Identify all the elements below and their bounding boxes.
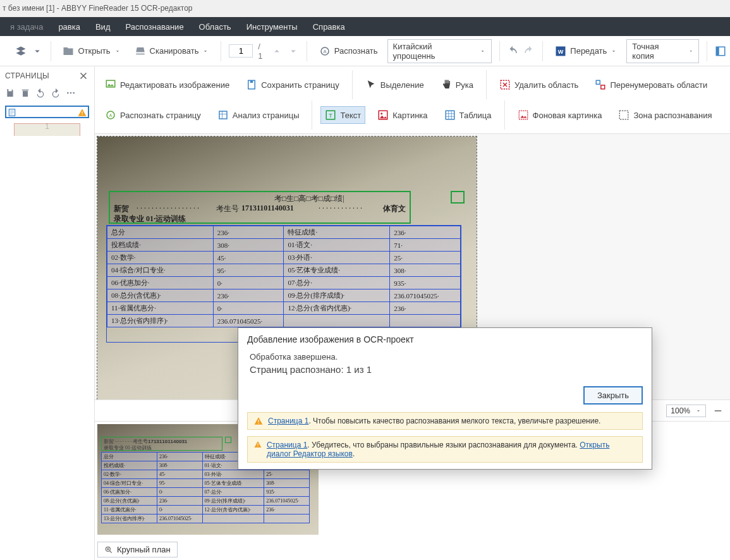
edit-image-label: Редактировать изображение [120,80,229,90]
svg-rect-12 [82,114,82,115]
close-sidebar-icon[interactable] [78,70,89,82]
table-area-button[interactable]: Таблица [441,107,496,123]
page-thumbnail[interactable] [5,106,89,118]
ocr-text-region-small[interactable] [451,191,465,204]
language-dropdown[interactable]: Китайский упрощеннь [387,39,492,63]
svg-rect-26 [519,111,528,119]
menu-tools[interactable]: Инструменты [240,18,304,35]
bg-picture-button[interactable]: Фоновая картинка [514,107,606,123]
svg-rect-28 [715,410,722,411]
ocr-progress-dialog: Добавление изображения в OCR-проект Обра… [238,327,652,470]
menu-edit[interactable]: равка [52,18,87,35]
save-page-button[interactable]: Сохранить страницу [242,76,343,93]
page-total-label: / 1 [258,42,265,61]
folder-icon [63,46,74,57]
zoom-out-icon[interactable] [712,405,724,417]
renumber-button[interactable]: Перенумеровать области [591,76,711,93]
text-area-button[interactable]: TТекст [321,107,365,123]
doc-header3: 录取专业 01·运动训练 [114,214,186,224]
svg-rect-5 [716,47,719,56]
analyze-icon [217,109,229,121]
svg-rect-27 [620,111,629,119]
warning-icon [254,417,263,425]
send-label: Передать [570,46,607,56]
text-label: Текст [340,111,361,120]
dialog-warning-1: Страница 1. Чтобы повысить качество расп… [247,412,643,430]
dialog-warning-2: Страница 1. Убедитесь, что выбраны прави… [247,436,643,463]
rotate-left-icon[interactable] [35,88,46,98]
text-icon: T [325,109,336,121]
main-area: Редактировать изображение Сохранить стра… [95,66,730,560]
edit-image-button[interactable]: Редактировать изображение [101,76,233,93]
layout-dropdown[interactable]: Точная копия [626,39,699,63]
menu-area[interactable]: Область [193,18,238,35]
more-icon[interactable] [66,88,76,98]
hand-label: Рука [456,80,473,90]
window-titlebar: т без имени [1] - ABBYY FineReader 15 OC… [0,0,730,17]
menu-recognition[interactable]: Распознавание [119,18,190,35]
big-view-label: Крупный план [117,545,171,554]
dialog-title: Добавление изображения в OCR-проект [238,328,652,348]
page-down-icon[interactable] [288,46,299,57]
menu-help[interactable]: Справка [307,18,351,35]
delete-icon[interactable] [20,88,30,98]
stack-icon[interactable] [15,46,27,57]
send-button[interactable]: W Передать [551,42,621,60]
svg-rect-17 [601,85,605,89]
dropdown-chevron-icon[interactable] [32,46,43,57]
menu-view[interactable]: Вид [89,18,117,35]
dialog-close-button[interactable]: Закрыть [583,386,643,405]
ocr-table: 总分236·特征成绩·236·投档成绩·308·01·语文·71·02·数学·4… [107,226,461,327]
scan-label: Сканировать [150,46,199,56]
main-toolbar: Открыть Сканировать / 1 A Распознать Кит… [0,36,730,66]
select-button[interactable]: Выделение [362,76,428,93]
rotate-right-icon[interactable] [51,88,61,98]
pages-sidebar: СТРАНИЦЫ 1 [0,66,95,560]
rec-zone-icon [618,109,630,121]
doc-header1: 考□生□高□考□成□绩| [274,193,344,204]
warning2-tail: . [353,449,355,458]
task-label [4,46,10,56]
rec-zone-button[interactable]: Зона распознавания [614,107,715,123]
delete-area-button[interactable]: Удалить область [496,76,582,93]
zoom-dropdown[interactable]: 100% [666,405,706,417]
recognize-page-button[interactable]: AРаспознать страницу [101,107,205,123]
pane-toggle-icon[interactable] [715,46,726,57]
hand-button[interactable]: Рука [437,76,477,93]
picture-icon [377,109,389,121]
svg-rect-25 [446,111,454,119]
layout-label: Точная копия [632,42,674,61]
picture-area-button[interactable]: Картинка [374,107,431,123]
undo-icon[interactable] [507,46,518,57]
svg-text:A: A [109,113,113,118]
sidebar-title: СТРАНИЦЫ [5,71,49,80]
delete-area-label: Удалить область [514,80,578,90]
page-up-icon[interactable] [271,46,283,57]
warning1-page-link[interactable]: Страница 1 [268,417,308,425]
svg-rect-20 [219,111,227,119]
big-view-button[interactable]: Крупный план [97,542,178,557]
warning2-page-link[interactable]: Страница 1 [267,441,307,449]
save-icon[interactable] [5,88,15,98]
analyze-page-button[interactable]: Анализ страницы [214,107,303,123]
dialog-status-done: Обработка завершена. [250,352,640,362]
recognize-icon: A [319,46,331,57]
language-label: Китайский упрощеннь [393,42,471,61]
ocr-table-region[interactable]: 总分236·特征成绩·236·投档成绩·308·01·语文·71·02·数学·4… [106,225,461,343]
doc-header2c: 体育文 [383,204,406,214]
table-icon [444,109,456,121]
recognize-button[interactable]: A Распознать [315,42,382,60]
save-page-label: Сохранить страницу [261,80,339,90]
svg-rect-30 [258,420,259,422]
svg-point-24 [380,113,382,114]
warning-icon [78,108,87,117]
ocr-text-region[interactable]: 考□生□高□考□成□绩| 新贺 · · · · · · · · · · · · … [109,191,411,224]
redo-icon[interactable] [523,46,535,57]
workspace: СТРАНИЦЫ 1 [0,66,730,560]
scan-button[interactable]: Сканировать [130,42,214,60]
svg-rect-6 [8,89,11,91]
page-number-input[interactable] [229,44,253,58]
open-button[interactable]: Открыть [58,42,125,60]
open-label: Открыть [78,46,110,56]
svg-point-8 [70,92,72,94]
